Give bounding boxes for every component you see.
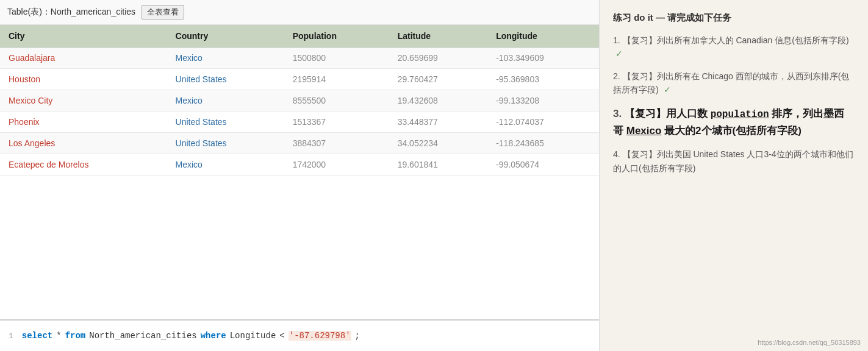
table-row: PhoenixUnited States151336733.448377-112… bbox=[0, 112, 599, 133]
cell-4-3: 34.052234 bbox=[389, 133, 487, 154]
cell-5-3: 19.601841 bbox=[389, 154, 487, 176]
view-all-button[interactable]: 全表查看 bbox=[142, 5, 184, 20]
col-country: Country bbox=[167, 25, 284, 48]
task-list: 1. 【复习】列出所有加拿大人的 Canadian 信息(包括所有字段) ✓ 2… bbox=[613, 34, 855, 175]
cell-0-1: Mexico bbox=[167, 48, 284, 69]
practice-title: 练习 do it — 请完成如下任务 bbox=[613, 12, 855, 24]
col-city: City bbox=[0, 25, 167, 48]
cell-2-0: Mexico City bbox=[0, 90, 167, 112]
task-3-num: 3. bbox=[613, 108, 622, 119]
table-row: Mexico CityMexico855550019.432608-99.133… bbox=[0, 90, 599, 112]
task-1-num: 1. bbox=[613, 35, 620, 45]
table-row: GuadalajaraMexico150080020.659699-103.34… bbox=[0, 48, 599, 69]
task-item-4: 4. 【复习】列出美国 United States 人口3-4位的两个城市和他们… bbox=[613, 147, 855, 175]
main-container: Table(表)：North_american_cities 全表查看 City… bbox=[0, 0, 868, 351]
cell-3-1: United States bbox=[167, 112, 284, 133]
cell-5-2: 1742000 bbox=[284, 154, 389, 176]
cell-3-4: -112.074037 bbox=[487, 112, 599, 133]
left-panel: Table(表)：North_american_cities 全表查看 City… bbox=[0, 0, 600, 351]
sql-string-value: '-87.629798' bbox=[289, 331, 351, 341]
data-table: City Country Population Latitude Longitu… bbox=[0, 25, 599, 176]
cell-1-3: 29.760427 bbox=[389, 69, 487, 90]
watermark: https://blog.csdn.net/qq_50315893 bbox=[758, 339, 861, 346]
table-label: Table(表)：North_american_cities bbox=[7, 7, 135, 18]
cell-4-1: United States bbox=[167, 133, 284, 154]
task-4-num: 4. bbox=[613, 149, 620, 159]
col-population: Population bbox=[284, 25, 389, 48]
cell-1-0: Houston bbox=[0, 69, 167, 90]
table-row: Los AngelesUnited States388430734.052234… bbox=[0, 133, 599, 154]
cell-0-0: Guadalajara bbox=[0, 48, 167, 69]
table-header-bar: Table(表)：North_american_cities 全表查看 bbox=[0, 0, 599, 25]
col-longitude: Longitude bbox=[487, 25, 599, 48]
sql-operator: < bbox=[279, 331, 284, 341]
cell-1-1: United States bbox=[167, 69, 284, 90]
sql-semicolon: ; bbox=[355, 331, 360, 341]
sql-star: * bbox=[56, 331, 61, 341]
task-item-3: 3. 【复习】用人口数 population 排序，列出墨西哥 Mexico 最… bbox=[613, 105, 855, 140]
task-3-text: 【复习】用人口数 population 排序，列出墨西哥 Mexico 最大的2… bbox=[613, 108, 844, 137]
sql-table: North_american_cities bbox=[89, 331, 196, 341]
sql-where: where bbox=[201, 331, 226, 341]
task-4-text: 【复习】列出美国 United States 人口3-4位的两个城市和他们的人口… bbox=[613, 149, 853, 172]
cell-5-4: -99.050674 bbox=[487, 154, 599, 176]
task-2-check: ✓ bbox=[664, 85, 671, 94]
task-1-text: 【复习】列出所有加拿大人的 Canadian 信息(包括所有字段) bbox=[623, 35, 849, 45]
task-item-2: 2. 【复习】列出所有在 Chicago 西部的城市，从西到东排序(包括所有字段… bbox=[613, 69, 855, 97]
cell-4-0: Los Angeles bbox=[0, 133, 167, 154]
line-number: 1 bbox=[9, 332, 13, 341]
cell-4-2: 3884307 bbox=[284, 133, 389, 154]
table-area[interactable]: City Country Population Latitude Longitu… bbox=[0, 25, 599, 319]
cell-1-4: -95.369803 bbox=[487, 69, 599, 90]
table-row: HoustonUnited States219591429.760427-95.… bbox=[0, 69, 599, 90]
cell-0-3: 20.659699 bbox=[389, 48, 487, 69]
task-3-mono: population bbox=[711, 109, 769, 120]
right-panel: 练习 do it — 请完成如下任务 1. 【复习】列出所有加拿大人的 Cana… bbox=[600, 0, 868, 351]
cell-4-4: -118.243685 bbox=[487, 133, 599, 154]
cell-2-3: 19.432608 bbox=[389, 90, 487, 112]
task-2-num: 2. bbox=[613, 71, 620, 81]
cell-2-1: Mexico bbox=[167, 90, 284, 112]
cell-2-4: -99.133208 bbox=[487, 90, 599, 112]
cell-5-1: Mexico bbox=[167, 154, 284, 176]
task-3-underline: Mexico bbox=[626, 125, 662, 136]
sql-select: select bbox=[22, 331, 52, 341]
task-2-text: 【复习】列出所有在 Chicago 西部的城市，从西到东排序(包括所有字段) bbox=[613, 71, 849, 94]
table-row: Ecatepec de MorelosMexico174200019.60184… bbox=[0, 154, 599, 176]
cell-3-0: Phoenix bbox=[0, 112, 167, 133]
cell-3-2: 1513367 bbox=[284, 112, 389, 133]
cell-0-2: 1500800 bbox=[284, 48, 389, 69]
cell-3-3: 33.448377 bbox=[389, 112, 487, 133]
sql-from: from bbox=[65, 331, 86, 341]
task-item-1: 1. 【复习】列出所有加拿大人的 Canadian 信息(包括所有字段) ✓ bbox=[613, 34, 855, 61]
cell-0-4: -103.349609 bbox=[487, 48, 599, 69]
cell-5-0: Ecatepec de Morelos bbox=[0, 154, 167, 176]
col-latitude: Latitude bbox=[389, 25, 487, 48]
task-1-check: ✓ bbox=[615, 49, 623, 58]
cell-1-2: 2195914 bbox=[284, 69, 389, 90]
sql-column: Longitude bbox=[230, 331, 276, 341]
cell-2-2: 8555500 bbox=[284, 90, 389, 112]
table-header-row: City Country Population Latitude Longitu… bbox=[0, 25, 599, 48]
sql-editor[interactable]: 1 select * from North_american_cities wh… bbox=[0, 319, 599, 351]
